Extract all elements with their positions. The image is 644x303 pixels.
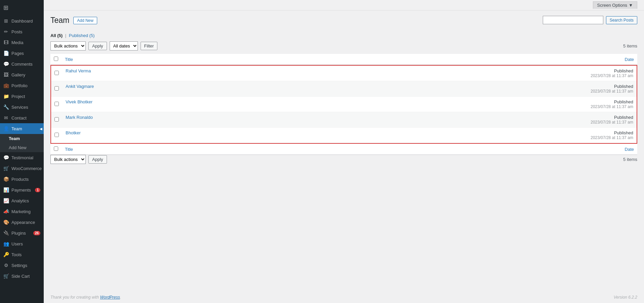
post-title-link[interactable]: Ankit Vagmare	[66, 84, 94, 89]
sidebar-item-portfolio[interactable]: 💼 Portfolio	[0, 80, 44, 91]
post-date: Published2023/07/28 at 11:37 am	[301, 97, 637, 112]
title-column-footer: Title	[62, 144, 339, 155]
sidebar-item-label: Contact	[11, 115, 40, 121]
all-dates-select[interactable]: All dates	[110, 41, 138, 50]
sidebar-item-dashboard[interactable]: ⊞ Dashboard	[0, 15, 44, 26]
sidebar-item-label: Dashboard	[11, 19, 40, 24]
row-checkbox[interactable]	[54, 117, 59, 122]
date-column-header[interactable]: Date	[339, 54, 637, 65]
title-column-header[interactable]: Title	[62, 54, 339, 65]
table-row: BhotkerPublished2023/07/28 at 11:37 am	[51, 128, 637, 143]
sidebar-item-label: Settings	[11, 263, 40, 268]
sidebar-item-label: Tools	[11, 252, 40, 257]
footer-left: Thank you for creating with WordPress.	[50, 295, 121, 300]
posts-table-footer-header: Title Date	[50, 144, 637, 155]
page-title: Team	[50, 16, 69, 25]
sidebar-item-users[interactable]: 👥 Users	[0, 238, 44, 249]
search-area: Search Posts	[543, 16, 637, 24]
table-row: Vivek BhotkerPublished2023/07/28 at 11:3…	[51, 97, 637, 112]
wp-logo: ⊞	[0, 0, 44, 15]
post-title-link[interactable]: Bhotker	[66, 130, 81, 135]
wordpress-link[interactable]: WordPress	[100, 295, 120, 300]
post-title-link[interactable]: Vivek Bhotker	[66, 99, 92, 104]
sidebar-item-media[interactable]: 🎞 Media	[0, 37, 44, 48]
sidebar-item-project[interactable]: 📁 Project	[0, 91, 44, 102]
team-submenu: Team Add New	[0, 134, 44, 152]
sidebar-item-label: Comments	[11, 62, 40, 67]
sidebar-item-sidecart[interactable]: 🛒 Side Cart	[0, 271, 44, 281]
row-checkbox[interactable]	[54, 133, 59, 137]
row-checkbox[interactable]	[54, 71, 59, 75]
bulk-actions-top-select[interactable]: Bulk actions	[50, 41, 86, 50]
apply-bottom-button[interactable]: Apply	[88, 155, 107, 164]
sidebar-item-tools[interactable]: 🔑 Tools	[0, 249, 44, 260]
submenu-add-new[interactable]: Add New	[0, 143, 44, 152]
sidebar-item-plugins[interactable]: 🔌 Plugins 26	[0, 228, 44, 238]
add-new-button[interactable]: Add New	[73, 17, 97, 24]
bulk-actions-bottom-select[interactable]: Bulk actions	[50, 155, 86, 164]
page-header: Team Add New	[50, 16, 97, 25]
sidebar-item-testimonial[interactable]: 💬 Testimonial	[0, 152, 44, 163]
sidebar-item-appearance[interactable]: 🎨 Appearance	[0, 217, 44, 228]
sidebar-item-posts[interactable]: ✏ Posts	[0, 26, 44, 37]
filter-button[interactable]: Filter	[141, 42, 158, 50]
date-sort-link[interactable]: Date	[625, 57, 634, 62]
sidebar-item-services[interactable]: 🔧 Services	[0, 102, 44, 112]
post-title-link[interactable]: Rahul Verma	[66, 68, 91, 73]
filter-published[interactable]: Published (5)	[69, 33, 95, 38]
gallery-icon: 🖼	[3, 72, 9, 77]
analytics-icon: 📈	[3, 198, 9, 203]
footer-version: Version 6.2.2	[614, 295, 637, 300]
sidebar-item-pages[interactable]: 📄 Pages	[0, 48, 44, 59]
screen-options-label: Screen Options	[597, 3, 628, 8]
sidebar-item-team[interactable]: 👤 Team ◀	[0, 123, 44, 134]
title-sort-link[interactable]: Title	[65, 57, 73, 62]
sidebar-item-label: Media	[11, 40, 40, 45]
woocommerce-icon: 🛒	[3, 166, 9, 171]
posts-table-header: Title Date	[50, 54, 637, 65]
search-input[interactable]	[543, 16, 603, 24]
screen-options-bar: Screen Options ▼	[44, 0, 644, 10]
row-checkbox[interactable]	[54, 102, 59, 106]
bottom-actions-bar: Bulk actions Apply 5 items	[50, 155, 637, 164]
products-icon: 📦	[3, 176, 9, 182]
row-checkbox[interactable]	[54, 86, 59, 91]
sidecart-icon: 🛒	[3, 273, 9, 279]
sidebar-item-marketing[interactable]: 📣 Marketing	[0, 206, 44, 217]
table-row: Rahul VermaPublished2023/07/28 at 11:37 …	[51, 66, 637, 81]
contact-icon: ✉	[3, 115, 9, 121]
posts-table-wrapper: Rahul VermaPublished2023/07/28 at 11:37 …	[50, 65, 637, 144]
sidebar-item-comments[interactable]: 💬 Comments	[0, 59, 44, 69]
sidebar-item-label: Testimonial	[11, 155, 40, 160]
portfolio-icon: 💼	[3, 83, 9, 88]
payments-icon: 📊	[3, 187, 9, 193]
sidebar-item-label: Team	[11, 126, 40, 131]
post-title-link[interactable]: Mark Ronaldo	[66, 115, 93, 120]
filter-links: All (5) | Published (5)	[50, 33, 637, 38]
sidebar-item-label: Services	[11, 105, 40, 110]
select-all-bottom-checkbox[interactable]	[54, 146, 58, 151]
sidebar-item-settings[interactable]: ⚙ Settings	[0, 260, 44, 271]
sidebar-item-label: Posts	[11, 29, 40, 34]
sidebar-item-label: WooCommerce	[11, 166, 42, 171]
sidebar-item-products[interactable]: 📦 Products	[0, 174, 44, 184]
sidebar-item-payments[interactable]: 📊 Payments 1	[0, 184, 44, 195]
filter-all[interactable]: All (5)	[50, 33, 64, 38]
select-all-top-checkbox[interactable]	[54, 57, 58, 61]
sidebar-item-contact[interactable]: ✉ Contact	[0, 112, 44, 123]
sidebar-item-label: Marketing	[11, 209, 40, 214]
sidebar-item-label: Gallery	[11, 72, 40, 77]
search-posts-button[interactable]: Search Posts	[606, 16, 637, 24]
users-icon: 👥	[3, 241, 9, 246]
sidebar-item-analytics[interactable]: 📈 Analytics	[0, 195, 44, 206]
sidebar-item-label: Products	[11, 177, 40, 182]
sidebar-item-label: Plugins	[11, 231, 31, 236]
appearance-icon: 🎨	[3, 220, 9, 225]
content-area: Team Add New Search Posts All (5) | Publ…	[44, 10, 644, 292]
sidebar-item-woocommerce[interactable]: 🛒 WooCommerce	[0, 163, 44, 174]
screen-options-button[interactable]: Screen Options ▼	[593, 1, 637, 9]
sidebar: ⊞ ⊞ Dashboard ✏ Posts 🎞 Media 📄 Pages 💬 …	[0, 0, 44, 303]
submenu-team[interactable]: Team	[0, 134, 44, 143]
apply-top-button[interactable]: Apply	[88, 42, 107, 50]
sidebar-item-gallery[interactable]: 🖼 Gallery	[0, 69, 44, 80]
